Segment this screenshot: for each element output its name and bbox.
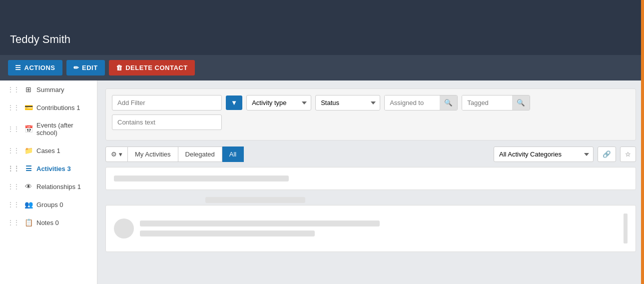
sidebar-item-activities[interactable]: ⋮⋮ ☰ Activities 3 (0, 160, 97, 178)
drag-icon: ⋮⋮ (7, 183, 19, 190)
assigned-to-field: 🔍 (384, 95, 458, 110)
drag-icon: ⋮⋮ (7, 147, 19, 154)
sidebar-label: Events (after school) (36, 122, 91, 136)
contact-name: Teddy Smith (10, 33, 70, 46)
drag-icon: ⋮⋮ (7, 126, 19, 132)
drag-icon: ⋮⋮ (7, 219, 19, 226)
assigned-to-input[interactable] (385, 96, 440, 110)
tagged-input[interactable] (462, 96, 512, 110)
tab-all[interactable]: All (222, 146, 244, 162)
drag-icon: ⋮⋮ (7, 104, 19, 111)
caret-icon: ▾ (119, 150, 122, 158)
actions-button[interactable]: ☰ ACTIONS (8, 60, 62, 76)
trash-icon: 🗑 (116, 64, 123, 72)
skeleton-bar-2 (205, 197, 305, 203)
gear-button[interactable]: ⚙ ▾ (105, 146, 128, 162)
sidebar-item-groups[interactable]: ⋮⋮ 👥 Groups 0 (0, 196, 97, 214)
sidebar-label: Groups 0 (36, 201, 63, 208)
sidebar-item-notes[interactable]: ⋮⋮ 📋 Notes 0 (0, 214, 97, 232)
tab-my-activities[interactable]: My Activities (128, 146, 178, 162)
sidebar-label: Activities 3 (36, 165, 71, 172)
skeleton-line-2 (140, 230, 315, 236)
drag-icon: ⋮⋮ (7, 86, 19, 93)
assigned-to-search-button[interactable]: 🔍 (440, 96, 457, 110)
filter-row-top: ▼ Activity type Status 🔍 (112, 95, 630, 110)
sidebar-item-summary[interactable]: ⋮⋮ ⊞ Summary (0, 80, 97, 98)
skeleton-text (140, 220, 618, 236)
sidebar-label: Contributions 1 (36, 104, 80, 112)
skeleton-avatar (114, 218, 134, 238)
drag-icon: ⋮⋮ (7, 201, 19, 208)
main-content: ▼ Activity type Status 🔍 (97, 80, 644, 284)
action-toolbar: ☰ ACTIONS ✏ EDIT 🗑 DELETE CONTACT (0, 55, 644, 80)
link-icon: 🔗 (603, 150, 611, 158)
activity-tabs-toolbar: ⚙ ▾ My Activities Delegated All All Acti… (105, 146, 636, 162)
folder-icon: 📁 (24, 146, 32, 154)
tagged-field: 🔍 (462, 95, 530, 110)
filter-row-bottom (112, 114, 630, 130)
status-select[interactable]: Status (315, 95, 380, 110)
sidebar-label: Notes 0 (36, 219, 59, 226)
category-select[interactable]: All Activity Categories (494, 146, 594, 162)
grid-icon: ⊞ (24, 86, 32, 94)
eye-icon: 👁 (24, 182, 32, 190)
list-icon: ☰ (24, 164, 32, 172)
sidebar-label: Cases 1 (36, 147, 60, 154)
drag-icon: ⋮⋮ (7, 165, 19, 172)
tagged-search-button[interactable]: 🔍 (512, 96, 530, 110)
activity-type-select[interactable]: Activity type (246, 95, 311, 110)
sidebar-item-relationships[interactable]: ⋮⋮ 👁 Relationships 1 (0, 178, 97, 196)
page-header: Teddy Smith (0, 0, 644, 55)
skeleton-card-2 (105, 205, 636, 252)
filter-apply-button[interactable]: ▼ (226, 96, 242, 110)
pencil-icon: ✏ (73, 64, 79, 72)
sidebar: ⋮⋮ ⊞ Summary ⋮⋮ 💳 Contributions 1 ⋮⋮ 📅 E… (0, 80, 97, 284)
sidebar-label: Summary (36, 86, 64, 94)
skeleton-spacer (105, 194, 636, 205)
credit-card-icon: 💳 (24, 104, 32, 112)
sidebar-item-events[interactable]: ⋮⋮ 📅 Events (after school) (0, 116, 97, 142)
menu-icon: ☰ (15, 64, 21, 72)
star-icon-button[interactable]: ☆ (620, 146, 636, 162)
note-icon: 📋 (24, 218, 32, 226)
add-filter-input[interactable] (112, 95, 222, 110)
tab-delegated[interactable]: Delegated (178, 146, 222, 162)
main-layout: ⋮⋮ ⊞ Summary ⋮⋮ 💳 Contributions 1 ⋮⋮ 📅 E… (0, 80, 644, 284)
gear-icon: ⚙ (111, 150, 117, 158)
filter-bar: ▼ Activity type Status 🔍 (105, 88, 636, 140)
edit-button[interactable]: ✏ EDIT (66, 60, 105, 76)
skeleton-bar-1 (114, 176, 289, 182)
link-icon-button[interactable]: 🔗 (598, 146, 616, 162)
skeleton-row-1 (114, 214, 628, 244)
sidebar-item-cases[interactable]: ⋮⋮ 📁 Cases 1 (0, 142, 97, 160)
sidebar-label: Relationships 1 (36, 183, 81, 190)
skeleton-line-1 (140, 220, 380, 226)
skeleton-card-1 (105, 167, 636, 190)
star-icon: ☆ (625, 150, 631, 158)
contains-text-input[interactable] (112, 114, 222, 130)
calendar-icon: 📅 (24, 125, 32, 133)
delete-contact-button[interactable]: 🗑 DELETE CONTACT (109, 60, 195, 76)
users-icon: 👥 (24, 200, 32, 208)
filter-icon: ▼ (231, 99, 237, 106)
sidebar-item-contributions[interactable]: ⋮⋮ 💳 Contributions 1 (0, 98, 97, 116)
activity-toolbar-right: All Activity Categories 🔗 ☆ (494, 146, 636, 162)
accent-bar (641, 0, 644, 284)
skeleton-side (624, 214, 628, 244)
